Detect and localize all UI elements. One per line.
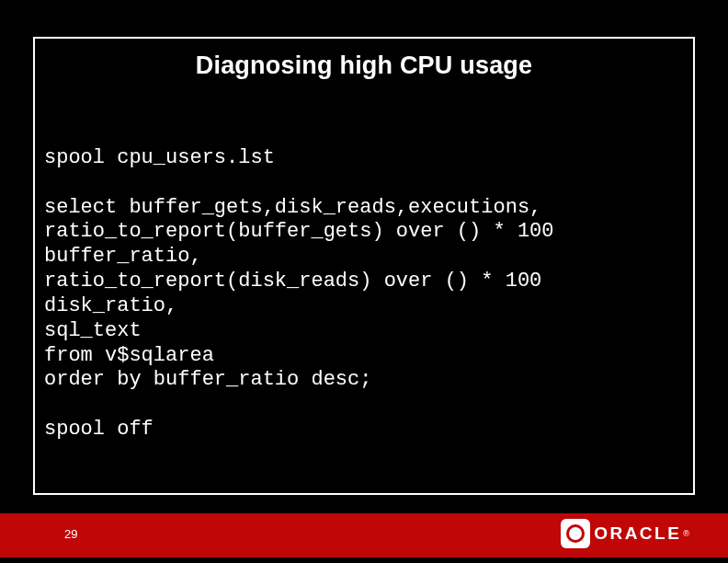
footer-bar: 29 ORACLE ® <box>0 513 728 557</box>
code-block: spool cpu_users.lst select buffer_gets,d… <box>35 146 693 442</box>
slide-title: Diagnosing high CPU usage <box>35 39 693 80</box>
page-number: 29 <box>64 527 77 541</box>
oracle-logo-mark <box>561 519 590 548</box>
content-box: Diagnosing high CPU usage spool cpu_user… <box>33 37 695 495</box>
oracle-o-icon <box>566 524 585 543</box>
slide: Diagnosing high CPU usage spool cpu_user… <box>0 0 728 563</box>
oracle-logo: ORACLE ® <box>561 519 689 548</box>
registered-mark: ® <box>683 529 689 538</box>
oracle-wordmark: ORACLE <box>594 523 681 544</box>
